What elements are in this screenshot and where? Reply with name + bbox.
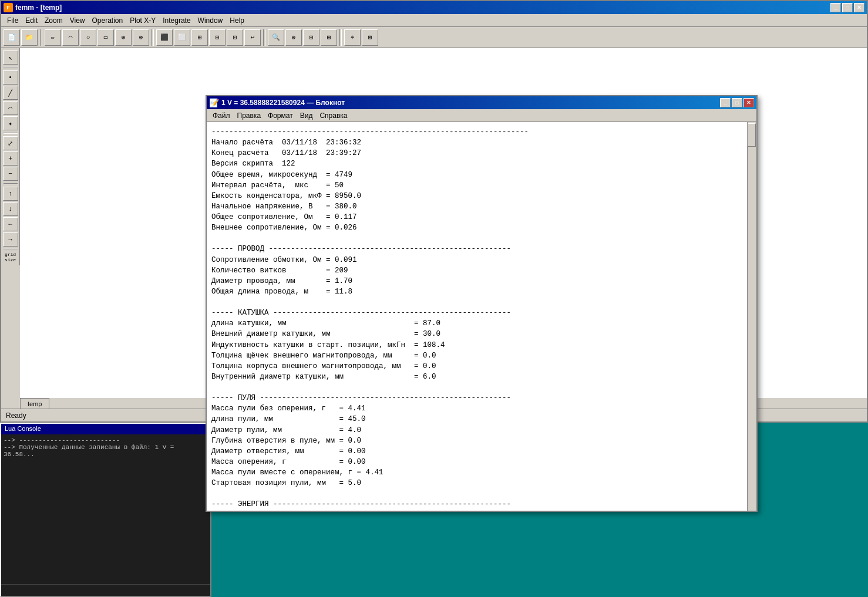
notepad-window-controls: _ □ ✕ (720, 98, 754, 107)
notepad-title-bar: 📝 1 V = 36.58888221580924 — Блокнот _ □ … (207, 96, 756, 109)
left-toolbar: ↖ • ╱ ⌒ ✦ ⤢ + − ↑ ↓ ← → gridsize (1, 48, 20, 265)
notepad-window: 📝 1 V = 36.58888221580924 — Блокнот _ □ … (206, 95, 758, 512)
left-toolbar-sep-3 (4, 183, 18, 184)
notepad-menu-help[interactable]: Справка (316, 110, 351, 121)
lua-console-line-1: --> -------------------------- (4, 437, 208, 444)
left-tb-down[interactable]: ↓ (3, 202, 18, 216)
menu-edit[interactable]: Edit (22, 15, 41, 26)
tb-op1[interactable]: ⬛ (156, 29, 173, 46)
left-tb-zoom-in[interactable]: + (3, 151, 18, 166)
tb-new[interactable]: 📄 (4, 29, 20, 46)
lua-console-input-area[interactable] (1, 584, 210, 596)
notepad-content-area[interactable]: ----------------------------------------… (207, 122, 756, 511)
tb-zoom4[interactable]: ⊞ (321, 29, 337, 46)
left-toolbar-sep-2 (4, 133, 18, 134)
left-tb-zoom-fit[interactable]: ⤢ (3, 136, 18, 150)
toolbar-separator-3 (263, 29, 265, 46)
left-tb-block[interactable]: ✦ (3, 116, 18, 130)
toolbar-separator-1 (40, 29, 42, 46)
menu-window[interactable]: Window (194, 15, 227, 26)
left-tb-left[interactable]: ← (3, 217, 18, 231)
status-text: Ready (6, 412, 26, 420)
tb-draw5[interactable]: ⊕ (115, 29, 132, 46)
femm-window-title: femm - [temp] (15, 4, 62, 12)
tb-draw1[interactable]: ✏ (45, 29, 61, 46)
toolbar-separator-2 (152, 29, 154, 46)
lua-console-line-2: --> Полученные данные записаны в файл: 1… (4, 444, 208, 458)
notepad-scrollbar-thumb[interactable] (748, 123, 756, 147)
left-tb-select[interactable]: ↖ (3, 50, 18, 65)
femm-menu-bar: File Edit Zoom View Operation Plot X-Y I… (1, 14, 867, 27)
notepad-menu-edit[interactable]: Правка (234, 110, 265, 121)
tb-op5[interactable]: ⊡ (227, 29, 243, 46)
notepad-minimize-button[interactable]: _ (720, 98, 731, 107)
notepad-menu-bar: Файл Правка Формат Вид Справка (207, 109, 756, 122)
tb-draw6[interactable]: ⊗ (133, 29, 149, 46)
menu-help[interactable]: Help (226, 15, 248, 26)
tb-op4[interactable]: ⊟ (209, 29, 226, 46)
left-toolbar-sep-1 (4, 67, 18, 68)
toolbar-separator-4 (339, 29, 342, 46)
left-tb-zoom-out[interactable]: − (3, 167, 18, 181)
femm-restore-button[interactable]: □ (842, 3, 853, 12)
menu-integrate[interactable]: Integrate (159, 15, 194, 26)
left-tb-node[interactable]: • (3, 70, 18, 85)
menu-plot-xy[interactable]: Plot X-Y (126, 15, 159, 26)
left-tb-right[interactable]: → (3, 232, 18, 247)
menu-view[interactable]: View (66, 15, 89, 26)
notepad-text: ----------------------------------------… (211, 127, 752, 511)
left-tb-up[interactable]: ↑ (3, 187, 18, 201)
notepad-menu-file[interactable]: Файл (209, 110, 234, 121)
tb-zoom2[interactable]: ⊕ (285, 29, 302, 46)
tb-misc2[interactable]: ⊠ (362, 29, 378, 46)
femm-close-button[interactable]: ✕ (854, 3, 864, 12)
menu-operation[interactable]: Operation (89, 15, 127, 26)
femm-title-bar: F femm - [temp] _ □ ✕ (1, 1, 867, 14)
tab-bar: temp (20, 397, 49, 409)
notepad-title-text: 1 V = 36.58888221580924 — Блокнот (221, 99, 345, 107)
femm-window-controls: _ □ ✕ (830, 3, 864, 12)
femm-minimize-button[interactable]: _ (830, 3, 841, 12)
tb-op3[interactable]: ⊞ (191, 29, 208, 46)
notepad-icon: 📝 (209, 98, 219, 107)
femm-toolbar: 📄 📁 ✏ ⌒ ○ ▭ ⊕ ⊗ ⬛ ⬜ ⊞ ⊟ ⊡ ↩ 🔍 ⊕ ⊟ ⊞ ⌖ ⊠ (1, 27, 867, 48)
notepad-scrollbar[interactable] (747, 122, 756, 511)
lua-console-window: Lua Console --> ------------------------… (0, 423, 211, 597)
tb-draw2[interactable]: ⌒ (62, 29, 79, 46)
tb-op6[interactable]: ↩ (244, 29, 261, 46)
tb-misc1[interactable]: ⌖ (344, 29, 361, 46)
tab-temp[interactable]: temp (20, 398, 49, 409)
tb-draw4[interactable]: ▭ (97, 29, 114, 46)
tb-draw3[interactable]: ○ (80, 29, 96, 46)
notepad-menu-view[interactable]: Вид (297, 110, 317, 121)
left-tb-line[interactable]: ╱ (3, 86, 18, 100)
lua-console-title: Lua Console (1, 424, 210, 434)
tb-zoom3[interactable]: ⊟ (303, 29, 319, 46)
menu-zoom[interactable]: Zoom (41, 15, 66, 26)
grid-size-label: gridsize (5, 252, 16, 263)
lua-console-body: --> -------------------------- --> Получ… (1, 434, 210, 584)
notepad-menu-format[interactable]: Формат (264, 110, 297, 121)
left-toolbar-sep-4 (4, 249, 18, 250)
tb-open[interactable]: 📁 (21, 29, 38, 46)
tb-zoom1[interactable]: 🔍 (268, 29, 284, 46)
left-tb-arc[interactable]: ⌒ (3, 101, 18, 115)
lua-console-input[interactable] (4, 587, 208, 594)
notepad-close-button[interactable]: ✕ (743, 98, 754, 107)
menu-file[interactable]: File (4, 15, 22, 26)
tb-op2[interactable]: ⬜ (174, 29, 190, 46)
femm-app-icon: F (4, 3, 13, 12)
notepad-restore-button[interactable]: □ (732, 98, 742, 107)
